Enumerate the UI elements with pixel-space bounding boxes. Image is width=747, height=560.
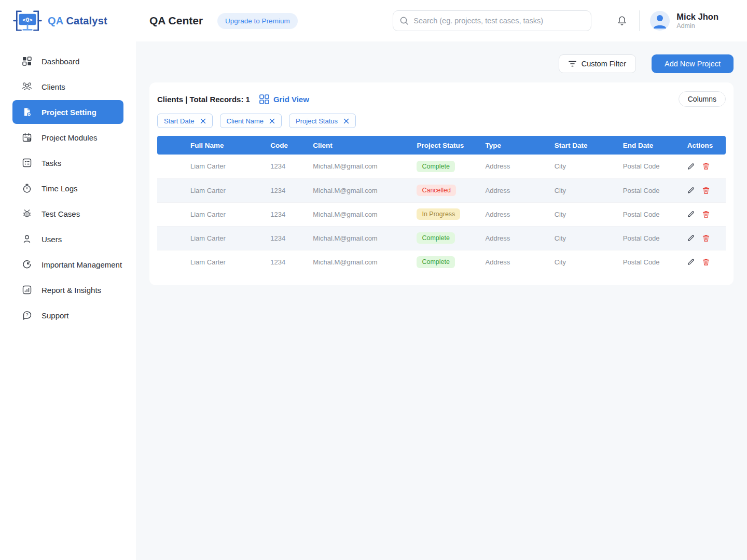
edit-button[interactable] <box>687 187 695 194</box>
grid-view-icon <box>259 94 269 104</box>
sidebar-item-label: Tasks <box>42 159 61 167</box>
add-new-project-button[interactable]: Add New Project <box>652 54 734 73</box>
cell-full-name: Liam Carter <box>157 226 270 250</box>
filter-chip-start-date[interactable]: Start Date <box>157 114 213 128</box>
edit-pencil-icon <box>687 234 695 242</box>
sidebar-item-tasks[interactable]: Tasks <box>12 151 123 175</box>
cell-end-date: Postal Code <box>623 155 687 178</box>
table-row: Liam Carter 1234 Michal.M@gmail.com In P… <box>157 202 726 226</box>
upgrade-to-premium-button[interactable]: Upgrade to Premium <box>217 13 298 29</box>
cell-type: Address <box>486 202 555 226</box>
cell-actions <box>687 202 726 226</box>
sidebar-item-label: Dashboard <box>42 57 79 66</box>
main-content: Custom Filter Add New Project Clients | … <box>136 41 747 560</box>
edit-button[interactable] <box>687 234 695 242</box>
delete-button[interactable] <box>702 187 710 194</box>
cell-project-status: In Progress <box>417 202 485 226</box>
column-header-start-date: Start Date <box>555 136 623 155</box>
sidebar-item-label: Test Cases <box>42 209 80 218</box>
delete-button[interactable] <box>702 234 710 242</box>
cell-project-status: Complete <box>417 226 485 250</box>
edit-button[interactable] <box>687 163 695 170</box>
cell-code: 1234 <box>270 178 313 202</box>
cell-type: Address <box>486 226 555 250</box>
cell-end-date: Postal Code <box>623 226 687 250</box>
brand-logo[interactable]: <Q> QA Catalyst <box>0 8 136 33</box>
sidebar-item-project-setting[interactable]: Project Setting <box>12 100 123 124</box>
custom-filter-button[interactable]: Custom Filter <box>559 54 636 73</box>
edit-pencil-icon <box>687 211 695 218</box>
project-modules-icon <box>22 132 32 143</box>
edit-button[interactable] <box>687 211 695 218</box>
time-logs-icon <box>22 183 32 193</box>
sidebar-item-users[interactable]: Users <box>12 227 123 251</box>
filter-icon <box>569 60 576 67</box>
sidebar-item-support[interactable]: ? Support <box>12 303 123 327</box>
grid-view-toggle[interactable]: Grid View <box>259 94 309 104</box>
column-header-full-name: Full Name <box>157 136 270 155</box>
clients-table: Full Name Code Client Project Status Typ… <box>157 136 726 274</box>
cell-project-status: Cancelled <box>417 178 485 202</box>
columns-button[interactable]: Columns <box>679 91 726 107</box>
sidebar-item-label: Report & Insights <box>42 286 101 295</box>
close-icon[interactable] <box>343 118 349 124</box>
global-search[interactable] <box>393 10 591 31</box>
close-icon[interactable] <box>200 118 206 124</box>
sidebar-item-report-insights[interactable]: Report & Insights <box>12 278 123 302</box>
trash-icon <box>702 258 710 266</box>
sidebar-item-time-logs[interactable]: Time Logs <box>12 176 123 200</box>
column-header-code: Code <box>270 136 313 155</box>
cell-end-date: Postal Code <box>623 178 687 202</box>
sidebar: Dashboard Clients Project Setting Projec… <box>0 41 136 560</box>
clients-icon <box>22 81 32 92</box>
cell-code: 1234 <box>270 226 313 250</box>
status-badge: Cancelled <box>417 185 456 197</box>
svg-text:?: ? <box>26 312 29 317</box>
sidebar-item-test-cases[interactable]: Test Cases <box>12 202 123 226</box>
trash-icon <box>702 162 710 170</box>
status-badge: Complete <box>417 256 455 268</box>
cell-end-date: Postal Code <box>623 250 687 274</box>
tasks-icon <box>22 158 32 168</box>
top-header: <Q> QA Catalyst QA Center Upgrade to Pre… <box>0 0 747 41</box>
cell-start-date: City <box>555 202 623 226</box>
cell-actions <box>687 178 726 202</box>
sidebar-item-dashboard[interactable]: Dashboard <box>12 49 123 73</box>
filter-chip-project-status[interactable]: Project Status <box>289 114 356 128</box>
sidebar-item-project-modules[interactable]: Project Modules <box>12 125 123 149</box>
delete-button[interactable] <box>702 258 710 266</box>
search-icon <box>399 16 409 25</box>
card-header: Clients | Total Records: 1 Grid View Col… <box>157 91 726 107</box>
cell-type: Address <box>486 155 555 178</box>
sidebar-item-label: Users <box>42 235 62 244</box>
user-role: Admin <box>676 22 718 31</box>
delete-button[interactable] <box>702 211 710 218</box>
cell-start-date: City <box>555 226 623 250</box>
avatar[interactable] <box>650 11 670 31</box>
notifications-button[interactable] <box>616 15 628 26</box>
column-header-actions: Actions <box>687 136 726 155</box>
avatar-person-icon <box>650 11 670 31</box>
edit-button[interactable] <box>687 258 695 265</box>
filter-chip-client-name[interactable]: Client Name <box>220 114 282 128</box>
cell-actions <box>687 250 726 274</box>
users-icon <box>22 234 32 244</box>
cell-project-status: Complete <box>417 250 485 274</box>
cell-start-date: City <box>555 178 623 202</box>
edit-pencil-icon <box>687 163 695 170</box>
cell-end-date: Postal Code <box>623 202 687 226</box>
column-header-project-status: Project Status <box>417 136 485 155</box>
sidebar-item-clients[interactable]: Clients <box>12 75 123 99</box>
cell-full-name: Liam Carter <box>157 155 270 178</box>
delete-button[interactable] <box>702 162 710 170</box>
sidebar-item-important-management[interactable]: Important Management <box>12 253 123 276</box>
cell-code: 1234 <box>270 202 313 226</box>
project-setting-icon <box>22 107 32 117</box>
cell-client: Michal.M@gmail.com <box>313 202 417 226</box>
card-title: Clients | Total Records: 1 <box>157 95 250 104</box>
cell-type: Address <box>486 178 555 202</box>
search-input[interactable] <box>413 17 585 25</box>
cell-actions <box>687 155 726 178</box>
brand-name: QA Catalyst <box>48 15 107 27</box>
close-icon[interactable] <box>269 118 275 124</box>
